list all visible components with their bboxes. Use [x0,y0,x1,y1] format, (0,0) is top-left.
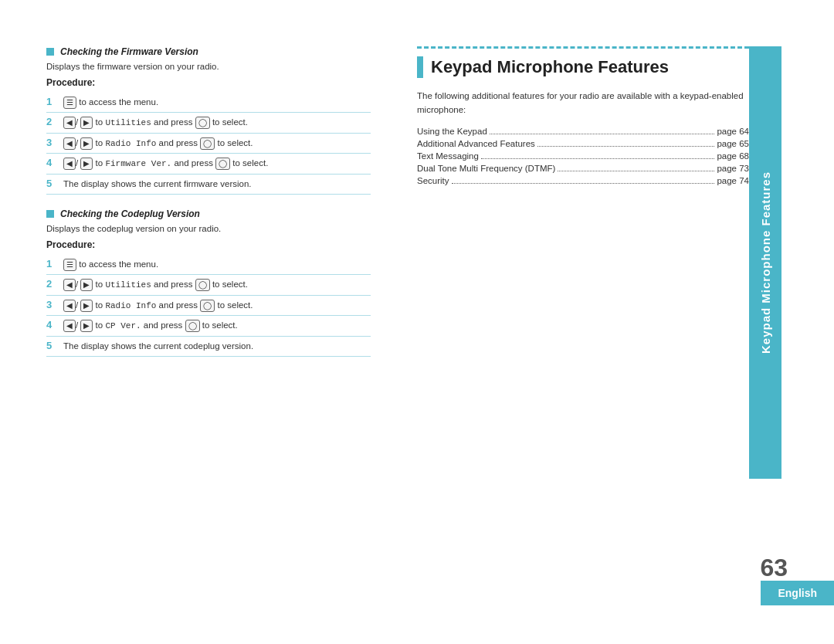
left-nav-icon: ◀ [63,117,76,129]
toc-page: page 64 [717,127,749,136]
left-nav-icon: ◀ [63,300,76,312]
toc-dots [537,146,715,147]
step-number: 5 [46,178,59,189]
main-title: Keypad Microphone Features [431,57,669,77]
step-text: The display shows the current codeplug v… [63,340,371,353]
right-nav-icon: ▶ [80,137,93,150]
toc-item: Using the Keypad page 64 [417,127,749,137]
step-text: ◀/ ▶ to Radio Info and press ◯ to select… [63,299,371,313]
blue-square-icon [46,48,54,56]
page-number: 63 [760,554,788,582]
left-nav-icon: ◀ [63,158,76,170]
toc-item: Dual Tone Multi Frequency (DTMF) page 73 [417,164,749,174]
ok-button-icon: ◯ [185,320,200,332]
left-nav-icon: ◀ [63,279,76,291]
toc-dots [490,134,715,134]
step-number: 2 [46,278,59,290]
left-nav-icon: ◀ [63,320,76,332]
right-nav-icon: ▶ [80,158,93,170]
toc-dots [558,171,714,171]
toc-page: page 68 [717,151,749,161]
ok-button-icon: ◯ [195,117,210,129]
step-item: 1 ☰ to access the menu. [46,93,371,113]
step-item: 3 ◀/ ▶ to Radio Info and press ◯ to sele… [46,134,371,154]
step-item: 2 ◀/ ▶ to Utilities and press ◯ to selec… [46,113,371,134]
ok-button-icon: ◯ [215,158,230,170]
right-nav-icon: ▶ [80,320,93,332]
side-tab-text: Keypad Microphone Features [759,171,772,354]
step-text: ☰ to access the menu. [63,96,371,109]
toc-page: page 65 [717,139,749,148]
toc-item: Security page 74 [417,176,749,186]
toc-label: Text Messaging [417,151,479,161]
step-number: 4 [46,157,59,168]
step-item: 5 The display shows the current firmware… [46,175,371,195]
step-number: 2 [46,116,59,127]
step-number: 3 [46,137,59,148]
toc-label: Security [417,176,449,185]
english-badge: English [761,581,834,605]
title-blue-rect [417,56,423,78]
right-main-title-container: Keypad Microphone Features [417,56,749,78]
step-number: 4 [46,319,59,330]
right-nav-icon: ▶ [80,117,93,129]
section1-title: Checking the Firmware Version [60,46,198,57]
toc-item: Text Messaging page 68 [417,151,749,161]
toc-page: page 74 [717,176,749,185]
step-text: ☰ to access the menu. [63,258,371,271]
side-tab: Keypad Microphone Features [749,46,781,479]
step-item: 2 ◀/ ▶ to Utilities and press ◯ to selec… [46,275,371,296]
section2-title: Checking the Codeplug Version [60,208,200,219]
menu-button-icon: ☰ [63,97,76,109]
toc-dots [481,158,715,159]
step-number: 5 [46,340,59,351]
toc-page: page 73 [717,164,749,173]
section2-steps: 1 ☰ to access the menu. 2 ◀/ ▶ to Utilit… [46,255,371,357]
step-text: ◀/ ▶ to Firmware Ver. and press ◯ to sel… [63,157,371,171]
toc-dots [452,183,715,184]
right-nav-icon: ▶ [80,279,93,291]
toc-label: Dual Tone Multi Frequency (DTMF) [417,164,555,173]
toc-list: Using the Keypad page 64 Additional Adva… [417,127,749,186]
section1-heading: Checking the Firmware Version [46,46,371,57]
step-item: 1 ☰ to access the menu. [46,255,371,275]
page-container: Checking the Firmware Version Displays t… [0,0,834,644]
section2-heading: Checking the Codeplug Version [46,208,371,219]
left-column: Checking the Firmware Version Displays t… [46,46,371,357]
step-number: 1 [46,258,59,269]
section2-procedure-label: Procedure: [46,239,371,250]
ok-button-icon: ◯ [200,137,215,150]
right-header: Keypad Microphone Features [417,46,749,78]
step-number: 1 [46,96,59,107]
step-text: The display shows the current firmware v… [63,178,371,191]
toc-label: Using the Keypad [417,127,487,136]
blue-square-icon [46,210,54,218]
section1-steps: 1 ☰ to access the menu. 2 ◀/ ▶ to Utilit… [46,93,371,195]
step-text: ◀/ ▶ to CP Ver. and press ◯ to select. [63,319,371,333]
menu-button-icon: ☰ [63,259,76,271]
step-item: 4 ◀/ ▶ to CP Ver. and press ◯ to select. [46,316,371,337]
ok-button-icon: ◯ [195,279,210,291]
step-text: ◀/ ▶ to Utilities and press ◯ to select. [63,278,371,292]
toc-label: Additional Advanced Features [417,139,535,148]
step-item: 4 ◀/ ▶ to Firmware Ver. and press ◯ to s… [46,154,371,175]
step-item: 5 The display shows the current codeplug… [46,337,371,357]
ok-button-icon: ◯ [200,300,215,312]
step-item: 3 ◀/ ▶ to Radio Info and press ◯ to sele… [46,296,371,317]
right-nav-icon: ▶ [80,300,93,312]
step-text: ◀/ ▶ to Radio Info and press ◯ to select… [63,137,371,151]
step-number: 3 [46,299,59,310]
left-nav-icon: ◀ [63,137,76,150]
section2-desc: Displays the codeplug version on your ra… [46,224,371,233]
section1-desc: Displays the firmware version on your ra… [46,62,371,71]
section1-procedure-label: Procedure: [46,77,371,88]
right-column: Keypad Microphone Features The following… [417,46,749,188]
step-text: ◀/ ▶ to Utilities and press ◯ to select. [63,116,371,130]
toc-item: Additional Advanced Features page 65 [417,139,749,149]
right-intro: The following additional features for yo… [417,89,749,117]
